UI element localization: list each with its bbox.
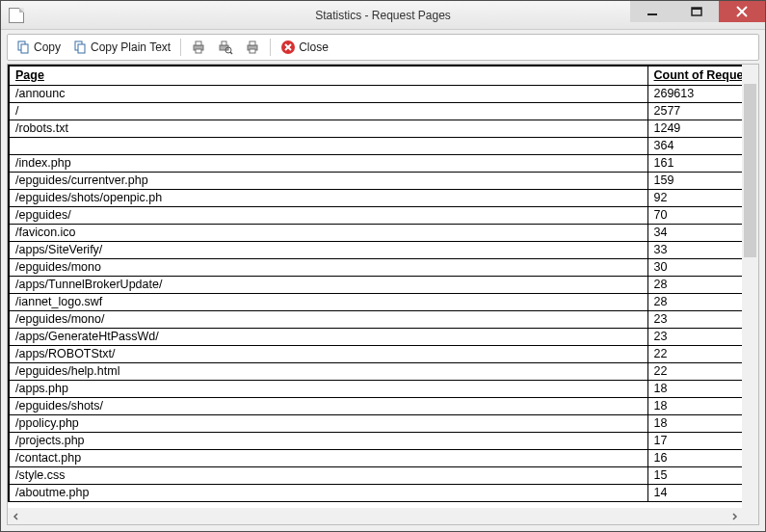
- cell-page: /index.php: [9, 154, 647, 172]
- copy-plain-label: Copy Plain Text: [91, 40, 171, 54]
- close-button[interactable]: Close: [277, 37, 332, 58]
- print-button-2[interactable]: [241, 37, 264, 58]
- cell-page: /epguides/help.html: [9, 362, 647, 380]
- cell-count: 18: [647, 414, 742, 432]
- table-row[interactable]: /apps/GenerateHtPassWd/23: [9, 328, 742, 345]
- table-row[interactable]: /epguides/mono30: [9, 258, 742, 276]
- print-button-1[interactable]: [187, 37, 210, 58]
- cell-count: 14: [647, 484, 742, 501]
- cell-count: 28: [647, 276, 742, 293]
- cell-count: 22: [647, 345, 742, 362]
- cell-page: /apps/SiteVerify/: [9, 241, 647, 258]
- cell-page: /favicon.ico: [9, 224, 647, 241]
- cell-count: 159: [647, 172, 742, 189]
- request-pages-table: Page Count of Reques /announc269613/2577…: [8, 65, 742, 502]
- printer-icon: [245, 40, 260, 55]
- cell-count: 161: [647, 154, 742, 172]
- cell-count: 18: [647, 380, 742, 397]
- cell-page: /style.css: [9, 466, 647, 484]
- print-preview-button[interactable]: [214, 37, 237, 58]
- svg-rect-8: [78, 44, 85, 53]
- table-row[interactable]: /favicon.ico34: [9, 224, 742, 241]
- cell-page: /epguides/shots/openpic.ph: [9, 189, 647, 206]
- window-controls: [630, 1, 765, 22]
- close-circle-icon: [280, 40, 296, 55]
- table-row[interactable]: /epguides/shots/openpic.ph92: [9, 189, 742, 206]
- svg-rect-6: [21, 44, 28, 53]
- cell-count: 15: [647, 466, 742, 484]
- table-row[interactable]: /aboutme.php14: [9, 484, 742, 501]
- cell-page: /aboutme.php: [9, 484, 647, 501]
- table-row[interactable]: /iannet_logo.swf28: [9, 293, 742, 310]
- cell-count: 28: [647, 293, 742, 310]
- cell-count: 23: [647, 310, 742, 328]
- table-row[interactable]: /apps/SiteVerify/33: [9, 241, 742, 258]
- scroll-left-arrow[interactable]: [8, 508, 24, 524]
- cell-page: /projects.php: [9, 432, 647, 449]
- table-row[interactable]: /contact.php16: [9, 449, 742, 466]
- table-row[interactable]: /announc269613: [9, 85, 742, 102]
- print-preview-icon: [218, 40, 233, 55]
- cell-page: /: [9, 102, 647, 120]
- document-icon: [9, 8, 24, 23]
- cell-page: /iannet_logo.swf: [9, 293, 647, 310]
- table-row[interactable]: /apps/ROBOTStxt/22: [9, 345, 742, 362]
- minimize-button[interactable]: [630, 1, 674, 22]
- copy-plain-text-button[interactable]: Copy Plain Text: [68, 37, 174, 58]
- table-row[interactable]: /style.css15: [9, 466, 742, 484]
- cell-page: [9, 137, 647, 154]
- column-header-page[interactable]: Page: [9, 66, 647, 85]
- copy-plain-icon: [72, 40, 88, 55]
- toolbar: Copy Copy Plain Text: [7, 34, 759, 61]
- toolbar-separator: [270, 39, 271, 56]
- cell-count: 23: [647, 328, 742, 345]
- scroll-right-arrow[interactable]: [726, 508, 742, 524]
- cell-count: 70: [647, 206, 742, 224]
- close-icon: [736, 6, 748, 17]
- svg-rect-17: [250, 41, 255, 45]
- table-row[interactable]: /apps/TunnelBrokerUpdate/28: [9, 276, 742, 293]
- cell-page: /contact.php: [9, 449, 647, 466]
- close-label: Close: [299, 40, 329, 54]
- copy-icon: [15, 40, 31, 55]
- cell-count: 17: [647, 432, 742, 449]
- table-row[interactable]: /epguides/help.html22: [9, 362, 742, 380]
- table-row[interactable]: /ppolicy.php18: [9, 414, 742, 432]
- table-row[interactable]: /epguides/70: [9, 206, 742, 224]
- grid-scroll-region: Page Count of Reques /announc269613/2577…: [8, 65, 758, 524]
- cell-count: 16: [647, 449, 742, 466]
- maximize-icon: [690, 5, 703, 18]
- cell-count: 18: [647, 397, 742, 414]
- table-row[interactable]: /projects.php17: [9, 432, 742, 449]
- table-row[interactable]: /apps.php18: [9, 380, 742, 397]
- table-row[interactable]: 364: [9, 137, 742, 154]
- title-bar[interactable]: Statistics - Request Pages: [1, 1, 765, 30]
- content-area: Page Count of Reques /announc269613/2577…: [7, 64, 759, 525]
- app-window: Statistics - Request Pages Copy Copy Pla…: [0, 0, 766, 532]
- cell-count: 30: [647, 258, 742, 276]
- maximize-button[interactable]: [674, 1, 719, 22]
- cell-count: 34: [647, 224, 742, 241]
- table-row[interactable]: /robots.txt1249: [9, 120, 742, 137]
- scrollbar-thumb[interactable]: [744, 84, 756, 257]
- table-row[interactable]: /epguides/mono/23: [9, 310, 742, 328]
- table-row[interactable]: /index.php161: [9, 154, 742, 172]
- vertical-scrollbar[interactable]: [742, 65, 758, 508]
- copy-button[interactable]: Copy: [12, 37, 65, 58]
- cell-count: 269613: [647, 85, 742, 102]
- minimize-icon: [646, 5, 659, 18]
- cell-page: /epguides/mono: [9, 258, 647, 276]
- table-row[interactable]: /epguides/currentver.php159: [9, 172, 742, 189]
- cell-count: 1249: [647, 120, 742, 137]
- cell-count: 364: [647, 137, 742, 154]
- table-row[interactable]: /epguides/shots/18: [9, 397, 742, 414]
- table-row[interactable]: /2577: [9, 102, 742, 120]
- svg-line-15: [230, 52, 232, 54]
- horizontal-scrollbar[interactable]: [8, 508, 742, 524]
- column-header-count[interactable]: Count of Reques: [647, 66, 742, 85]
- svg-rect-10: [196, 41, 201, 45]
- svg-rect-13: [222, 41, 226, 45]
- svg-rect-18: [250, 49, 255, 53]
- cell-page: /apps/ROBOTStxt/: [9, 345, 647, 362]
- window-close-button[interactable]: [719, 1, 765, 22]
